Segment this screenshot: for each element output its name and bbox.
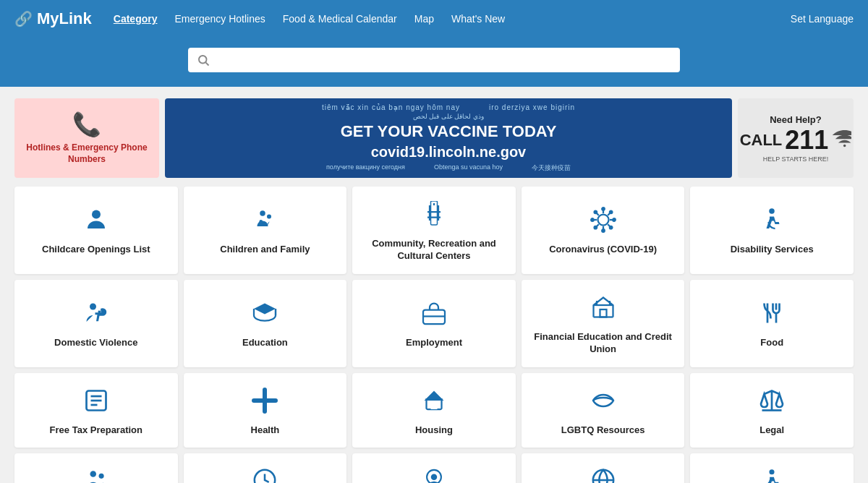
svg-point-45 [98, 474, 103, 479]
svg-point-46 [431, 474, 438, 481]
card-partial-2[interactable] [184, 453, 347, 483]
nav-links: Category Emergency Hotlines Food & Medic… [114, 13, 791, 25]
legal-icon [759, 388, 785, 417]
vaccine-banner[interactable]: tiêm vắc xin của bạn ngay hôm nay iro de… [165, 98, 732, 178]
svg-rect-7 [260, 220, 263, 224]
card-coronavirus-label: Coronavirus (COVID-19) [549, 244, 657, 256]
svg-point-18 [602, 208, 605, 211]
nav-emergency-hotlines[interactable]: Emergency Hotlines [174, 13, 265, 25]
svg-point-5 [267, 215, 271, 219]
card-financial[interactable]: Financial Education and Credit Union [522, 280, 685, 367]
svg-point-6 [261, 227, 265, 231]
card-lgbtq[interactable]: LGBTQ Resources [522, 373, 685, 448]
svg-point-4 [260, 211, 266, 217]
nav-food-medical-calendar[interactable]: Food & Medical Calendar [283, 13, 397, 25]
grid-row-3: Free Tax Preparation Health Housing LGBT… [14, 373, 854, 448]
logo[interactable]: 🔗 MyLink [14, 9, 92, 28]
nav-whats-new[interactable]: What's New [451, 13, 505, 25]
education-icon [252, 300, 278, 330]
card-housing[interactable]: Housing [352, 373, 516, 448]
svg-point-21 [613, 219, 616, 222]
svg-point-0 [199, 56, 207, 64]
partial-3-icon [422, 468, 446, 483]
logo-icon: 🔗 [14, 10, 33, 27]
nav-map[interactable]: Map [414, 13, 434, 25]
food-icon [759, 300, 785, 330]
nav-category[interactable]: Category [114, 13, 158, 25]
help-starts-text: HELP STARTS HERE! [763, 155, 829, 163]
card-lgbtq-label: LGBTQ Resources [561, 424, 645, 437]
card-childcare[interactable]: Childcare Openings List [14, 187, 178, 274]
domestic-violence-icon [83, 300, 109, 330]
svg-point-19 [602, 230, 605, 233]
svg-point-25 [609, 211, 612, 214]
svg-rect-32 [600, 309, 606, 317]
lgbtq-icon [590, 388, 616, 417]
card-health[interactable]: Health [184, 373, 347, 448]
card-coronavirus[interactable]: Coronavirus (COVID-19) [522, 187, 685, 274]
disability-icon [759, 207, 785, 236]
health-icon [252, 388, 278, 417]
card-partial-1[interactable] [14, 453, 178, 483]
card-tax[interactable]: Free Tax Preparation [14, 373, 178, 448]
svg-point-24 [594, 226, 597, 229]
navbar: 🔗 MyLink Category Emergency Hotlines Foo… [0, 0, 868, 38]
card-partial-5[interactable] [690, 453, 854, 483]
card-legal[interactable]: Legal [690, 373, 854, 448]
partial-1-icon [84, 468, 109, 483]
svg-point-49 [770, 470, 775, 475]
search-bar [188, 48, 680, 72]
call-label: CALL [740, 131, 783, 150]
main-content: 📞 Hotlines & Emergency Phone Numbers tiê… [0, 87, 868, 483]
svg-rect-41 [430, 403, 437, 409]
card-legal-label: Legal [760, 424, 784, 437]
hotlines-label: Hotlines & Emergency Phone Numbers [22, 142, 152, 165]
card-domestic-violence[interactable]: Domestic Violence [14, 280, 178, 367]
card-childcare-label: Childcare Openings List [42, 244, 150, 256]
svg-point-26 [769, 209, 775, 215]
card-children-family[interactable]: Children and Family [184, 187, 347, 274]
number-211: 211 [785, 125, 828, 155]
set-language-button[interactable]: Set Language [791, 13, 854, 25]
card-housing-label: Housing [415, 424, 453, 437]
card-children-family-label: Children and Family [220, 244, 310, 256]
card-education[interactable]: Education [184, 280, 347, 367]
card-food[interactable]: Food [690, 280, 854, 367]
tax-icon [83, 388, 109, 417]
vaccine-main-title: GET YOUR VACCINE TODAY [341, 122, 557, 141]
card-tax-label: Free Tax Preparation [50, 424, 142, 437]
svg-point-23 [609, 226, 612, 229]
vaccine-arabic: وذي لحاقل على قبل لحص [413, 113, 484, 120]
grid-row-2: Domestic Violence Education Employment F… [14, 280, 854, 367]
financial-icon [590, 294, 616, 324]
coronavirus-icon [590, 207, 616, 236]
card-community[interactable]: Community, Recreation and Cultural Cente… [352, 187, 516, 274]
svg-point-27 [90, 304, 96, 310]
card-partial-3[interactable] [352, 453, 516, 483]
svg-point-2 [843, 144, 846, 147]
card-food-label: Food [760, 337, 783, 349]
hotlines-banner[interactable]: 📞 Hotlines & Emergency Phone Numbers [14, 98, 159, 178]
card-disability[interactable]: Disability Services [690, 187, 854, 274]
banner-row: 📞 Hotlines & Emergency Phone Numbers tiê… [14, 98, 854, 178]
vaccine-top-text: tiêm vắc xin của bạn ngay hôm nay iro de… [322, 103, 575, 111]
employment-icon [421, 300, 447, 330]
card-financial-label: Financial Education and Credit Union [529, 331, 678, 356]
search-input[interactable] [216, 54, 671, 67]
svg-point-9 [597, 215, 608, 226]
svg-point-44 [90, 471, 96, 478]
card-domestic-violence-label: Domestic Violence [54, 337, 137, 349]
search-icon [197, 54, 210, 67]
wifi-icon [831, 128, 851, 153]
grid-row-1: Childcare Openings List Children and Fam… [14, 187, 854, 274]
card-community-label: Community, Recreation and Cultural Cente… [359, 238, 509, 262]
card-employment[interactable]: Employment [352, 280, 516, 367]
housing-icon [421, 388, 447, 417]
card-education-label: Education [242, 337, 288, 349]
call-211-banner[interactable]: Need Help? CALL 211 HELP STARTS HERE! [738, 98, 854, 178]
card-partial-4[interactable] [522, 453, 685, 483]
vaccine-website: covid19.lincoln.ne.gov [371, 144, 527, 161]
childcare-icon [83, 207, 109, 236]
svg-line-1 [205, 62, 208, 65]
phone-icon: 📞 [72, 111, 101, 138]
